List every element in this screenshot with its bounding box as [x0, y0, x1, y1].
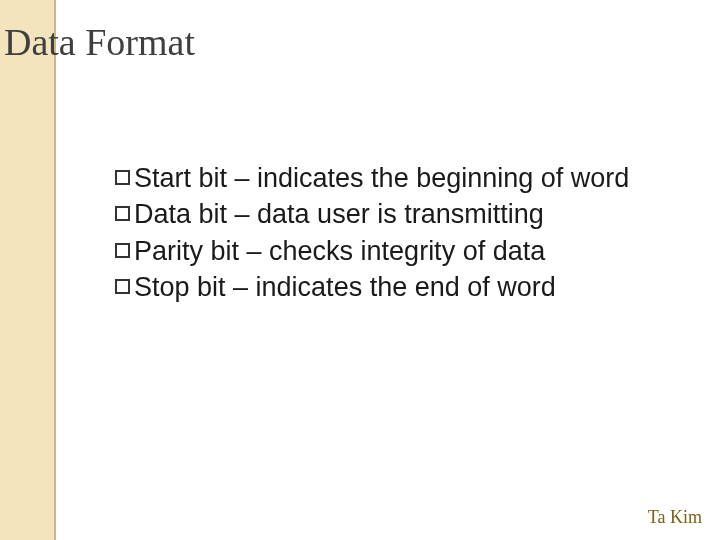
bullet-item: Data bit – data user is transmitting [115, 196, 690, 232]
square-bullet-icon [115, 243, 130, 258]
slide: Data Format Start bit – indicates the be… [0, 0, 720, 540]
bullet-item: Parity bit – checks integrity of data [115, 233, 690, 269]
slide-title: Data Format [4, 20, 195, 66]
bullet-text: Stop bit – indicates the end of word [134, 272, 556, 302]
slide-footer-author: Ta Kim [648, 507, 702, 528]
square-bullet-icon [115, 279, 130, 294]
bullet-text: Data bit – data user is transmitting [134, 199, 544, 229]
decorative-sidebar [0, 0, 56, 540]
square-bullet-icon [115, 170, 130, 185]
square-bullet-icon [115, 206, 130, 221]
bullet-item: Stop bit – indicates the end of word [115, 269, 690, 305]
bullet-item: Start bit – indicates the beginning of w… [115, 160, 690, 196]
bullet-text: Parity bit – checks integrity of data [134, 236, 545, 266]
bullet-text: Start bit – indicates the beginning of w… [134, 163, 629, 193]
slide-body: Start bit – indicates the beginning of w… [115, 160, 690, 306]
